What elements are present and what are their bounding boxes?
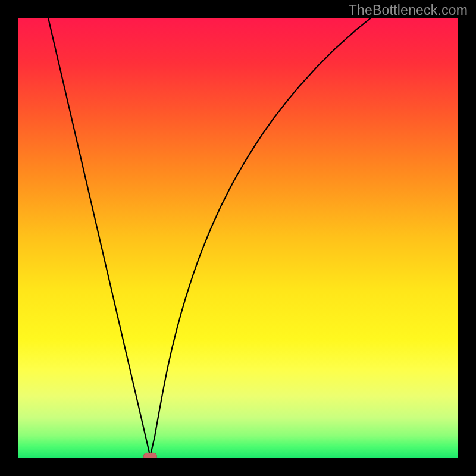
chart-svg — [18, 18, 458, 458]
chart-frame: TheBottleneck.com — [0, 0, 476, 476]
watermark-text: TheBottleneck.com — [349, 2, 468, 18]
min-marker — [143, 453, 156, 458]
gradient-background — [18, 18, 458, 458]
plot-area — [18, 18, 458, 458]
